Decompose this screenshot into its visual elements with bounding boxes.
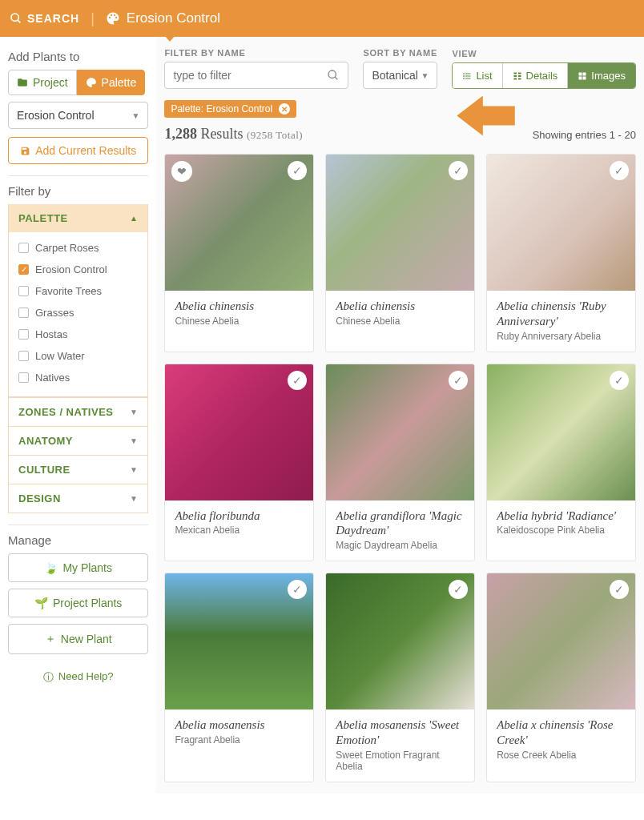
check-icon[interactable]: ✓ [288,161,307,180]
filter-chip-palette[interactable]: Palette: Erosion Control ✕ [164,100,296,118]
breadcrumb: Erosion Control [106,10,220,26]
close-icon[interactable]: ✕ [279,103,290,115]
plant-grid: ❤✓Abelia chinensisChinese Abelia✓Abelia … [164,154,636,782]
palette-filter-item[interactable]: ✓Erosion Control [18,259,138,280]
plant-common-name: Ruby Anniversary Abelia [497,331,626,342]
palette-filter-item[interactable]: Low Water [18,345,138,367]
add-current-results-button[interactable]: Add Current Results [8,137,148,164]
plant-name: Abelia floribunda [175,508,304,524]
plant-common-name: Mexican Abelia [175,525,304,536]
plant-card[interactable]: ✓Abelia x chinensis 'Rose Creek'Rose Cre… [486,573,636,782]
filter-section-toggle[interactable]: ANATOMY▼ [9,427,147,455]
filter-name-input-wrap[interactable] [164,62,348,89]
sidebar: Add Plants to Project Palette Erosion Co… [0,37,156,794]
manage-icon: 🌱 [34,597,48,609]
checkbox-icon [18,308,29,318]
palette-filter-item[interactable]: Natives [18,367,138,388]
main: FILTER BY NAME SORT BY NAME Botanical ▼ … [156,37,644,794]
view-toggle: List Details Images [452,62,636,89]
manage-button[interactable]: ＋New Plant [8,624,148,654]
check-icon[interactable]: ✓ [288,580,307,599]
svg-rect-18 [579,76,582,79]
manage-button[interactable]: 🌱Project Plants [8,589,148,617]
plant-card[interactable]: ❤✓Abelia chinensisChinese Abelia [164,154,314,352]
manage-icon: 🍃 [44,561,58,574]
list-icon [462,71,472,81]
view-list-button[interactable]: List [453,63,502,88]
palette-filter-item[interactable]: Carpet Roses [18,237,138,259]
plant-thumbnail: ✓ [487,155,635,291]
svg-point-8 [464,75,465,76]
search-link[interactable]: SEARCH [10,12,79,25]
svg-line-3 [335,77,337,79]
view-details-button[interactable]: Details [503,63,569,88]
plant-thumbnail: ✓ [326,573,474,709]
plant-thumbnail: ✓ [326,155,474,291]
filter-section-palette[interactable]: PALETTE ▲ [9,204,147,232]
view-images-button[interactable]: Images [568,63,635,88]
details-icon [513,71,522,81]
favorite-icon[interactable]: ❤ [171,161,192,182]
plant-common-name: Kaleidoscope Pink Abelia [497,525,626,536]
plant-name: Abelia mosanensis 'Sweet Emotion' [336,718,465,748]
palette-select[interactable]: Erosion Control ▼ [8,102,148,129]
checkbox-icon [18,243,29,253]
view-label: VIEW [452,49,636,58]
palette-filter-item[interactable]: Hostas [18,324,138,345]
filter-by-heading: Filter by [8,184,148,198]
filter-section-toggle[interactable]: ZONES / NATIVES▼ [9,398,147,426]
plant-card[interactable]: ✓Abelia floribundaMexican Abelia [164,364,314,562]
filter-name-label: FILTER BY NAME [164,48,348,58]
svg-rect-10 [513,72,517,74]
check-icon[interactable]: ✓ [449,161,468,180]
filter-section-toggle[interactable]: DESIGN▼ [9,484,147,512]
manage-heading: Manage [8,533,148,547]
plant-name: Abelia chinensis 'Ruby Anniversary' [497,299,626,329]
svg-rect-12 [513,75,517,77]
plant-common-name: Sweet Emotion Fragrant Abelia [336,750,465,772]
plant-card[interactable]: ✓Abelia chinensisChinese Abelia [325,154,475,352]
svg-rect-11 [518,72,521,74]
checkbox-icon [18,372,29,383]
page-title: Erosion Control [127,10,220,26]
check-icon[interactable]: ✓ [610,371,629,390]
palette-filter-item[interactable]: Favorite Trees [18,280,138,302]
manage-button[interactable]: 🍃My Plants [8,553,148,582]
svg-rect-15 [518,78,521,79]
save-icon [20,146,30,156]
plant-card[interactable]: ✓Abelia chinensis 'Ruby Anniversary'Ruby… [486,154,636,352]
palette-button[interactable]: Palette [77,70,146,95]
check-icon[interactable]: ✓ [288,371,307,390]
add-to-toggle: Project Palette [8,70,148,95]
check-icon[interactable]: ✓ [449,580,468,599]
showing-entries: Showing entries 1 - 20 [533,129,636,141]
add-plants-heading: Add Plants to [8,50,148,63]
plant-card[interactable]: ✓Abelia hybrid 'Radiance'Kaleidoscope Pi… [486,364,636,562]
project-button[interactable]: Project [8,70,77,95]
checkbox-icon [18,351,29,361]
palette-icon [86,77,97,88]
checkbox-icon [18,286,29,296]
plant-card[interactable]: ✓Abelia grandiflora 'Magic Daydream'Magi… [325,364,475,562]
plant-name: Abelia chinensis [175,299,304,314]
search-icon [10,12,22,25]
check-icon[interactable]: ✓ [610,580,629,599]
filter-name-input[interactable] [173,69,327,82]
filter-section-toggle[interactable]: CULTURE▼ [9,456,147,484]
sort-select[interactable]: Botanical ▼ [363,62,437,89]
palette-filter-item[interactable]: Grasses [18,302,138,324]
plant-thumbnail: ❤✓ [165,155,313,291]
chevron-down-icon: ▼ [130,408,138,416]
collapse-icon: ▲ [130,214,138,223]
check-icon[interactable]: ✓ [610,161,629,180]
plant-card[interactable]: ✓Abelia mosanensisFragrant Abelia [164,573,314,782]
plant-common-name: Rose Creek Abelia [497,750,626,761]
callout-arrow-icon [457,90,517,142]
palette-icon [106,11,120,26]
check-icon[interactable]: ✓ [449,371,468,390]
need-help-link[interactable]: ⓘ Need Help? [8,670,148,685]
plant-card[interactable]: ✓Abelia mosanensis 'Sweet Emotion'Sweet … [325,573,475,782]
manage-icon: ＋ [45,632,56,646]
svg-rect-19 [583,76,586,79]
svg-marker-20 [457,95,515,135]
